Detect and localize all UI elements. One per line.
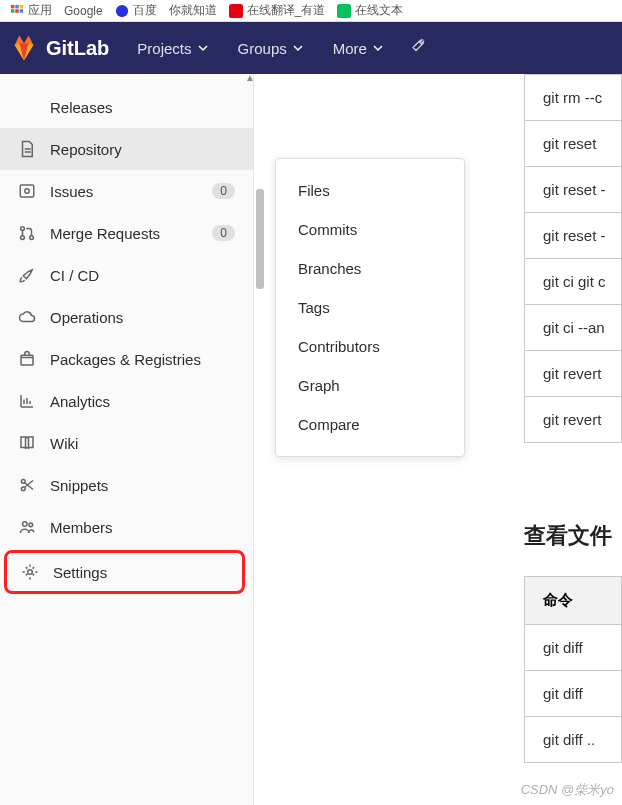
bookmark-label: 在线翻译_有道	[247, 2, 326, 19]
gitlab-topbar: GitLab Projects Groups More	[0, 22, 622, 74]
sidebar-item-snippets[interactable]: Snippets	[0, 464, 253, 506]
bookmark-label: 你就知道	[169, 2, 217, 19]
baidu-icon	[115, 4, 129, 18]
svg-rect-7	[229, 4, 243, 18]
section-heading: 查看文件	[524, 521, 612, 551]
svg-rect-8	[337, 4, 351, 18]
issues-count-badge: 0	[212, 183, 235, 199]
svg-rect-14	[21, 355, 33, 365]
bookmark-google[interactable]: Google	[64, 4, 103, 18]
sidebar-label: Snippets	[50, 477, 108, 494]
svg-rect-5	[20, 9, 24, 13]
sidebar-label: Members	[50, 519, 113, 536]
sidebar-label: Packages & Registries	[50, 351, 201, 368]
sidebar-label: Issues	[50, 183, 93, 200]
svg-point-13	[30, 236, 34, 240]
svg-point-17	[23, 522, 28, 527]
sidebar-item-settings[interactable]: Settings	[4, 550, 245, 594]
bookmark-apps[interactable]: 应用	[10, 2, 52, 19]
nav-label: More	[333, 40, 367, 57]
svg-rect-9	[20, 185, 34, 197]
svg-point-19	[28, 570, 33, 575]
svg-rect-4	[15, 9, 19, 13]
svg-point-15	[21, 479, 25, 483]
svg-rect-0	[11, 4, 15, 8]
sidebar-label: Operations	[50, 309, 123, 326]
chevron-down-icon	[293, 43, 303, 53]
bookmark-baidu[interactable]: 百度	[115, 2, 157, 19]
nav-label: Groups	[238, 40, 287, 57]
git-commands-table-2: 命令 git diff git diff git diff ..	[524, 576, 622, 763]
svg-point-18	[29, 523, 33, 527]
wechat-icon	[337, 4, 351, 18]
watermark: CSDN @柴米yo	[521, 781, 614, 799]
nav-more[interactable]: More	[321, 32, 395, 65]
table-row: git diff ..	[524, 717, 622, 763]
sidebar-item-wiki[interactable]: Wiki	[0, 422, 253, 464]
svg-point-11	[21, 227, 25, 231]
nav-projects[interactable]: Projects	[125, 32, 219, 65]
sidebar-item-merge-requests[interactable]: Merge Requests 0	[0, 212, 253, 254]
svg-point-12	[21, 236, 25, 240]
admin-wrench-button[interactable]	[401, 31, 431, 65]
brand-name: GitLab	[46, 37, 109, 60]
sidebar-item-packages[interactable]: Packages & Registries	[0, 338, 253, 380]
sidebar-item-cicd[interactable]: CI / CD	[0, 254, 253, 296]
table-row: git rm --c	[524, 74, 622, 121]
sidebar-label: Releases	[50, 99, 113, 116]
issues-icon	[18, 182, 36, 200]
table-row: git reset	[524, 121, 622, 167]
doc-icon	[18, 140, 36, 158]
svg-rect-3	[11, 9, 15, 13]
gitlab-logo[interactable]: GitLab	[10, 34, 109, 62]
svg-point-6	[116, 4, 128, 16]
table-row: git ci --an	[524, 305, 622, 351]
chart-icon	[18, 392, 36, 410]
svg-point-10	[25, 189, 30, 194]
sidebar-item-repository[interactable]: Repository	[0, 128, 253, 170]
cloud-icon	[18, 308, 36, 326]
sidebar-item-releases[interactable]: Releases	[0, 86, 253, 128]
wrench-icon	[407, 37, 425, 55]
sidebar-item-issues[interactable]: Issues 0	[0, 170, 253, 212]
bookmark-label: 应用	[28, 2, 52, 19]
svg-rect-1	[15, 4, 19, 8]
sidebar-label: CI / CD	[50, 267, 99, 284]
sidebar: ▲ Releases Repository Issues 0 Merge Req…	[0, 74, 254, 805]
youdao-icon	[229, 4, 243, 18]
sidebar-item-operations[interactable]: Operations	[0, 296, 253, 338]
table-row: git diff	[524, 671, 622, 717]
sidebar-label: Repository	[50, 141, 122, 158]
members-icon	[18, 518, 36, 536]
sidebar-item-members[interactable]: Members	[0, 506, 253, 548]
table-header: 命令	[524, 576, 622, 625]
git-commands-table-1: git rm --c git reset git reset - git res…	[524, 74, 622, 443]
table-row: git ci git c	[524, 259, 622, 305]
chevron-down-icon	[198, 43, 208, 53]
nav-groups[interactable]: Groups	[226, 32, 315, 65]
gear-icon	[21, 563, 39, 581]
sidebar-label: Merge Requests	[50, 225, 160, 242]
sidebar-label: Settings	[53, 564, 107, 581]
table-row: git reset -	[524, 213, 622, 259]
mr-count-badge: 0	[212, 225, 235, 241]
bookmark-text[interactable]: 在线文本	[337, 2, 403, 19]
chevron-down-icon	[373, 43, 383, 53]
bookmark-label: 在线文本	[355, 2, 403, 19]
sidebar-label: Analytics	[50, 393, 110, 410]
sidebar-item-analytics[interactable]: Analytics	[0, 380, 253, 422]
nav-label: Projects	[137, 40, 191, 57]
apps-icon	[10, 4, 24, 18]
table-row: git diff	[524, 625, 622, 671]
svg-rect-2	[20, 4, 24, 8]
browser-bookmarks-bar: 应用 Google 百度 你就知道 在线翻译_有道 在线文本	[0, 0, 622, 22]
book-icon	[18, 434, 36, 452]
gitlab-logo-icon	[10, 34, 38, 62]
main-area: ▲ Releases Repository Issues 0 Merge Req…	[0, 74, 622, 805]
package-icon	[18, 350, 36, 368]
table-row: git reset -	[524, 167, 622, 213]
table-row: git revert	[524, 351, 622, 397]
sidebar-label: Wiki	[50, 435, 78, 452]
bookmark-youdao[interactable]: 在线翻译_有道	[229, 2, 326, 19]
bookmark-generic[interactable]: 你就知道	[169, 2, 217, 19]
